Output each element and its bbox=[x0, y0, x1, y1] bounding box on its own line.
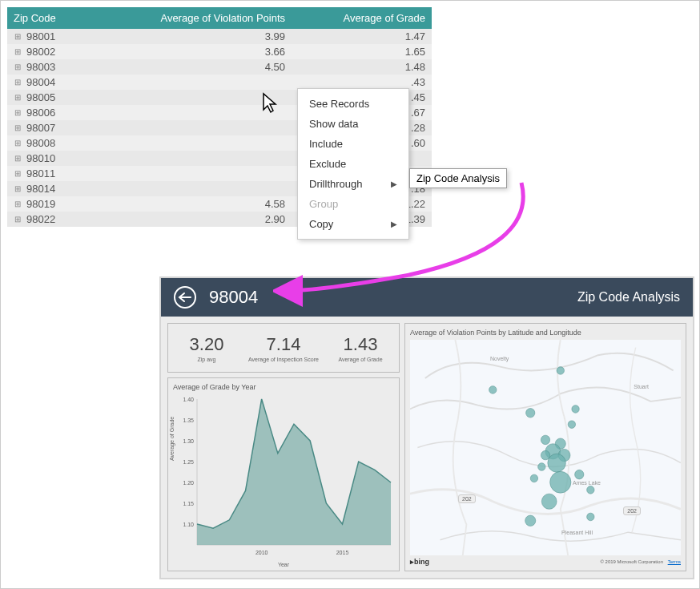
zip-cell: 98002 bbox=[26, 46, 55, 58]
expand-icon[interactable]: ⊞ bbox=[14, 139, 22, 147]
kpi-value: 1.43 bbox=[344, 334, 378, 355]
chart-title: Average of Grade by Year bbox=[173, 383, 394, 391]
svg-text:1.15: 1.15 bbox=[183, 501, 194, 506]
expand-icon[interactable]: ⊞ bbox=[14, 94, 22, 102]
violation-cell bbox=[89, 181, 292, 196]
violation-cell: 3.99 bbox=[89, 29, 292, 44]
expand-icon[interactable]: ⊞ bbox=[14, 170, 22, 178]
grade-by-year-chart[interactable]: Average of Grade by Year 1.101.151.201.2… bbox=[167, 377, 400, 571]
kpi-inspection-score: 7.14 Average of Inspection Score bbox=[245, 324, 322, 372]
dashboard-subtitle: Zip Code Analysis bbox=[577, 290, 680, 305]
kpi-label: Zip avg bbox=[198, 357, 216, 362]
violation-cell bbox=[89, 105, 292, 120]
expand-icon[interactable]: ⊞ bbox=[14, 48, 22, 56]
expand-icon[interactable]: ⊞ bbox=[14, 124, 22, 132]
table-row[interactable]: ⊞98001 3.99 1.47 bbox=[7, 29, 432, 44]
expand-icon[interactable]: ⊞ bbox=[14, 216, 22, 224]
context-menu-item-drillthrough[interactable]: Drillthrough▶ bbox=[298, 174, 408, 194]
map-place-label: Novelty bbox=[490, 356, 509, 361]
svg-point-23 bbox=[530, 474, 537, 482]
svg-text:1.10: 1.10 bbox=[183, 522, 194, 527]
context-menu: See RecordsShow dataIncludeExcludeDrillt… bbox=[297, 88, 409, 240]
svg-point-22 bbox=[538, 463, 545, 471]
column-header-violation[interactable]: Average of Violation Points bbox=[89, 7, 292, 29]
drillthrough-submenu[interactable]: Zip Code Analysis bbox=[409, 168, 507, 188]
zip-cell: 98007 bbox=[26, 122, 55, 134]
terms-link[interactable]: Terms bbox=[668, 559, 681, 564]
zip-cell: 98005 bbox=[26, 91, 55, 103]
kpi-label: Average of Grade bbox=[338, 357, 382, 362]
context-menu-item-show-data[interactable]: Show data bbox=[298, 114, 408, 134]
expand-icon[interactable]: ⊞ bbox=[14, 79, 22, 87]
svg-point-20 bbox=[548, 454, 566, 472]
zip-cell: 98019 bbox=[26, 198, 55, 210]
zip-cell: 98022 bbox=[26, 213, 55, 225]
violation-cell bbox=[89, 151, 292, 166]
violation-cell: 3.66 bbox=[89, 44, 292, 59]
svg-point-26 bbox=[587, 486, 594, 494]
svg-text:1.35: 1.35 bbox=[183, 418, 194, 423]
dashboard-header: 98004 Zip Code Analysis bbox=[161, 278, 693, 317]
svg-point-21 bbox=[541, 450, 549, 460]
grade-cell: 1.65 bbox=[292, 44, 432, 59]
map-attribution: © 2019 Microsoft Corporation bbox=[601, 559, 663, 564]
kpi-value: 7.14 bbox=[267, 334, 301, 355]
violation-cell bbox=[89, 75, 292, 90]
context-menu-item-group: Group bbox=[298, 194, 408, 214]
kpi-grade: 1.43 Average of Grade bbox=[322, 324, 399, 372]
violation-cell bbox=[89, 120, 292, 135]
chevron-right-icon: ▶ bbox=[391, 180, 397, 188]
svg-point-16 bbox=[541, 435, 549, 445]
map-road-badge: 202 bbox=[458, 494, 476, 503]
violation-cell bbox=[89, 166, 292, 181]
context-menu-item-see-records[interactable]: See Records bbox=[298, 94, 408, 114]
chevron-right-icon: ▶ bbox=[391, 220, 397, 228]
violation-cell: 2.90 bbox=[89, 212, 292, 227]
zip-cell: 98011 bbox=[26, 167, 55, 180]
expand-icon[interactable]: ⊞ bbox=[14, 155, 22, 163]
dashboard-title: 98004 bbox=[209, 287, 258, 308]
zip-cell: 98014 bbox=[26, 183, 55, 195]
svg-point-24 bbox=[550, 471, 571, 493]
svg-point-29 bbox=[587, 513, 594, 521]
svg-point-11 bbox=[557, 367, 564, 375]
context-menu-item-include[interactable]: Include bbox=[298, 134, 408, 154]
svg-text:1.30: 1.30 bbox=[183, 438, 194, 444]
column-header-grade[interactable]: Average of Grade bbox=[292, 7, 432, 29]
map-place-label: Ames Lake bbox=[573, 480, 601, 486]
context-menu-item-copy[interactable]: Copy▶ bbox=[298, 214, 408, 234]
submenu-item-zip-analysis[interactable]: Zip Code Analysis bbox=[416, 172, 500, 184]
map-title: Average of Violation Points by Latitude … bbox=[410, 329, 681, 337]
svg-point-12 bbox=[489, 386, 497, 394]
svg-point-15 bbox=[526, 409, 535, 418]
table-row[interactable]: ⊞98003 4.50 1.48 bbox=[7, 59, 432, 75]
violation-cell: 4.58 bbox=[89, 196, 292, 212]
violation-cell bbox=[89, 135, 292, 151]
svg-point-28 bbox=[525, 515, 536, 526]
zip-cell: 98006 bbox=[26, 107, 55, 119]
grade-cell: 1.47 bbox=[292, 29, 432, 44]
expand-icon[interactable]: ⊞ bbox=[14, 63, 22, 71]
violation-cell: 4.50 bbox=[89, 59, 292, 75]
back-button[interactable] bbox=[174, 286, 196, 309]
svg-text:2010: 2010 bbox=[255, 550, 268, 555]
zip-cell: 98001 bbox=[26, 30, 55, 42]
zip-cell: 98010 bbox=[26, 152, 55, 164]
expand-icon[interactable]: ⊞ bbox=[14, 200, 22, 208]
x-axis-label: Year bbox=[278, 562, 289, 567]
zip-cell: 98004 bbox=[26, 76, 55, 88]
expand-icon[interactable]: ⊞ bbox=[14, 109, 22, 117]
expand-icon[interactable]: ⊞ bbox=[14, 33, 22, 41]
table-row[interactable]: ⊞98002 3.66 1.65 bbox=[7, 44, 432, 59]
map-panel[interactable]: Average of Violation Points by Latitude … bbox=[404, 323, 686, 571]
grade-cell: 1.48 bbox=[292, 59, 432, 75]
context-menu-item-exclude[interactable]: Exclude bbox=[298, 154, 408, 174]
drillthrough-dashboard: 98004 Zip Code Analysis 3.20 Zip avg 7.1… bbox=[159, 276, 694, 579]
svg-text:1.40: 1.40 bbox=[183, 397, 194, 402]
svg-point-25 bbox=[575, 470, 584, 479]
kpi-panel: 3.20 Zip avg 7.14 Average of Inspection … bbox=[167, 323, 400, 373]
expand-icon[interactable]: ⊞ bbox=[14, 185, 22, 193]
column-header-zip[interactable]: Zip Code bbox=[7, 7, 89, 29]
y-axis-label: Average of Grade bbox=[169, 417, 175, 461]
map-place-label: Stuart bbox=[634, 384, 649, 389]
